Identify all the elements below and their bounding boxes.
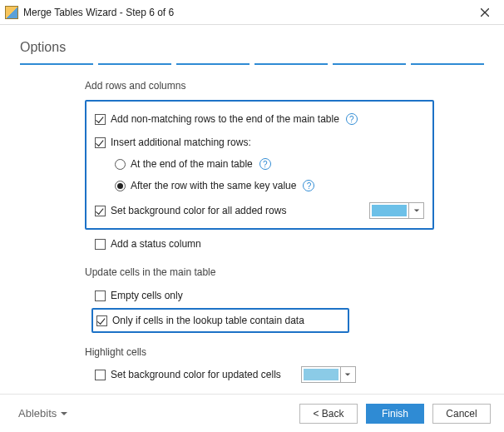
app-icon: [5, 6, 18, 19]
checkbox-status-column[interactable]: [95, 239, 106, 250]
color-picker-updated[interactable]: [301, 366, 356, 383]
chevron-down-icon: [340, 367, 355, 382]
step-indicator: [20, 63, 484, 65]
chevron-down-icon: [60, 410, 68, 418]
label-at-end: At the end of the main table: [131, 158, 253, 170]
chevron-down-icon: [408, 203, 423, 218]
checkbox-insert-matching[interactable]: [95, 137, 106, 148]
label-status-column: Add a status column: [111, 238, 201, 250]
section-add-rows-heading: Add rows and columns: [85, 80, 484, 92]
label-insert-matching: Insert additional matching rows:: [111, 137, 251, 148]
brand-label: Ablebits: [18, 407, 57, 420]
help-icon[interactable]: ?: [259, 158, 271, 170]
label-lookup-has-data: Only if cells in the lookup table contai…: [112, 315, 304, 326]
back-button[interactable]: < Back: [299, 404, 358, 424]
section-highlight-heading: Highlight cells: [85, 346, 484, 358]
checkbox-empty-only[interactable]: [95, 290, 106, 301]
label-bg-updated: Set background color for updated cells: [111, 369, 281, 380]
brand-menu[interactable]: Ablebits: [18, 407, 68, 420]
section-update-heading: Update cells in the main table: [85, 266, 484, 278]
label-bg-added: Set background color for all added rows: [111, 205, 286, 216]
checkbox-lookup-has-data[interactable]: [96, 315, 107, 326]
label-after-key: After the row with the same key value: [131, 180, 296, 191]
label-add-nonmatching: Add non-matching rows to the end of the …: [111, 113, 339, 125]
checkbox-bg-added[interactable]: [95, 206, 106, 216]
titlebar: Merge Tables Wizard - Step 6 of 6: [0, 0, 504, 25]
checkbox-bg-updated[interactable]: [95, 370, 106, 380]
help-icon[interactable]: ?: [346, 113, 358, 125]
finish-button[interactable]: Finish: [366, 404, 424, 424]
radio-after-key[interactable]: [115, 181, 126, 191]
footer: Ablebits < Back Finish Cancel: [0, 394, 504, 432]
cancel-button[interactable]: Cancel: [432, 404, 491, 424]
color-swatch: [304, 369, 338, 380]
radio-at-end[interactable]: [115, 159, 126, 170]
close-icon: [481, 8, 489, 17]
page-title: Options: [20, 40, 484, 55]
checkbox-add-nonmatching[interactable]: [95, 114, 106, 125]
group-add-rows: Add non-matching rows to the end of the …: [85, 100, 434, 230]
label-empty-only: Empty cells only: [111, 290, 183, 301]
color-picker-added[interactable]: [369, 202, 424, 219]
window-title: Merge Tables Wizard - Step 6 of 6: [23, 7, 472, 18]
close-button[interactable]: [472, 2, 497, 22]
color-swatch: [372, 205, 407, 216]
help-icon[interactable]: ?: [303, 180, 314, 191]
